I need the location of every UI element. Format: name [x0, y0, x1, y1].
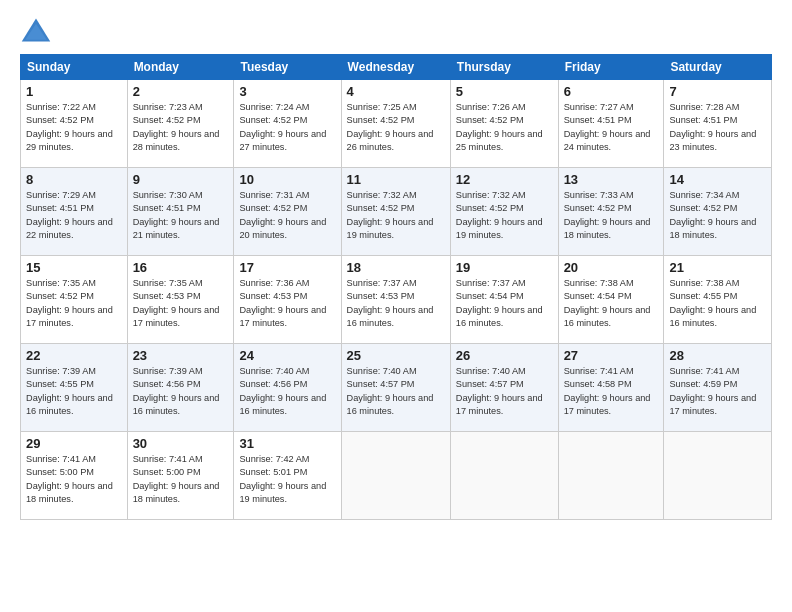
day-info: Sunrise: 7:39 AMSunset: 4:56 PMDaylight:… — [133, 366, 220, 416]
day-number: 22 — [26, 348, 122, 363]
calendar-cell: 3Sunrise: 7:24 AMSunset: 4:52 PMDaylight… — [234, 80, 341, 168]
day-number: 27 — [564, 348, 659, 363]
calendar-cell: 8Sunrise: 7:29 AMSunset: 4:51 PMDaylight… — [21, 168, 128, 256]
calendar-cell: 29Sunrise: 7:41 AMSunset: 5:00 PMDayligh… — [21, 432, 128, 520]
day-number: 4 — [347, 84, 445, 99]
calendar-cell — [450, 432, 558, 520]
calendar-cell: 23Sunrise: 7:39 AMSunset: 4:56 PMDayligh… — [127, 344, 234, 432]
day-number: 8 — [26, 172, 122, 187]
day-number: 17 — [239, 260, 335, 275]
calendar-cell: 28Sunrise: 7:41 AMSunset: 4:59 PMDayligh… — [664, 344, 772, 432]
day-info: Sunrise: 7:36 AMSunset: 4:53 PMDaylight:… — [239, 278, 326, 328]
day-info: Sunrise: 7:27 AMSunset: 4:51 PMDaylight:… — [564, 102, 651, 152]
day-number: 2 — [133, 84, 229, 99]
day-info: Sunrise: 7:41 AMSunset: 4:59 PMDaylight:… — [669, 366, 756, 416]
day-info: Sunrise: 7:22 AMSunset: 4:52 PMDaylight:… — [26, 102, 113, 152]
col-header-monday: Monday — [127, 55, 234, 80]
calendar-cell: 25Sunrise: 7:40 AMSunset: 4:57 PMDayligh… — [341, 344, 450, 432]
day-info: Sunrise: 7:40 AMSunset: 4:57 PMDaylight:… — [347, 366, 434, 416]
day-number: 1 — [26, 84, 122, 99]
day-info: Sunrise: 7:35 AMSunset: 4:52 PMDaylight:… — [26, 278, 113, 328]
calendar-cell: 10Sunrise: 7:31 AMSunset: 4:52 PMDayligh… — [234, 168, 341, 256]
day-info: Sunrise: 7:33 AMSunset: 4:52 PMDaylight:… — [564, 190, 651, 240]
day-info: Sunrise: 7:25 AMSunset: 4:52 PMDaylight:… — [347, 102, 434, 152]
calendar-table: SundayMondayTuesdayWednesdayThursdayFrid… — [20, 54, 772, 520]
day-info: Sunrise: 7:23 AMSunset: 4:52 PMDaylight:… — [133, 102, 220, 152]
calendar-cell: 6Sunrise: 7:27 AMSunset: 4:51 PMDaylight… — [558, 80, 664, 168]
day-number: 12 — [456, 172, 553, 187]
day-info: Sunrise: 7:40 AMSunset: 4:56 PMDaylight:… — [239, 366, 326, 416]
day-number: 14 — [669, 172, 766, 187]
day-info: Sunrise: 7:41 AMSunset: 4:58 PMDaylight:… — [564, 366, 651, 416]
day-number: 16 — [133, 260, 229, 275]
day-number: 19 — [456, 260, 553, 275]
day-info: Sunrise: 7:26 AMSunset: 4:52 PMDaylight:… — [456, 102, 543, 152]
col-header-sunday: Sunday — [21, 55, 128, 80]
calendar-cell: 11Sunrise: 7:32 AMSunset: 4:52 PMDayligh… — [341, 168, 450, 256]
calendar-cell: 12Sunrise: 7:32 AMSunset: 4:52 PMDayligh… — [450, 168, 558, 256]
calendar-cell: 24Sunrise: 7:40 AMSunset: 4:56 PMDayligh… — [234, 344, 341, 432]
calendar-cell: 7Sunrise: 7:28 AMSunset: 4:51 PMDaylight… — [664, 80, 772, 168]
calendar-cell: 1Sunrise: 7:22 AMSunset: 4:52 PMDaylight… — [21, 80, 128, 168]
day-info: Sunrise: 7:41 AMSunset: 5:00 PMDaylight:… — [133, 454, 220, 504]
day-info: Sunrise: 7:31 AMSunset: 4:52 PMDaylight:… — [239, 190, 326, 240]
calendar-week-1: 1Sunrise: 7:22 AMSunset: 4:52 PMDaylight… — [21, 80, 772, 168]
day-info: Sunrise: 7:28 AMSunset: 4:51 PMDaylight:… — [669, 102, 756, 152]
calendar-cell: 17Sunrise: 7:36 AMSunset: 4:53 PMDayligh… — [234, 256, 341, 344]
calendar-week-5: 29Sunrise: 7:41 AMSunset: 5:00 PMDayligh… — [21, 432, 772, 520]
day-info: Sunrise: 7:37 AMSunset: 4:54 PMDaylight:… — [456, 278, 543, 328]
day-number: 13 — [564, 172, 659, 187]
day-number: 28 — [669, 348, 766, 363]
page-container: SundayMondayTuesdayWednesdayThursdayFrid… — [0, 0, 792, 530]
day-number: 3 — [239, 84, 335, 99]
day-info: Sunrise: 7:32 AMSunset: 4:52 PMDaylight:… — [347, 190, 434, 240]
calendar-cell: 26Sunrise: 7:40 AMSunset: 4:57 PMDayligh… — [450, 344, 558, 432]
day-info: Sunrise: 7:38 AMSunset: 4:54 PMDaylight:… — [564, 278, 651, 328]
calendar-cell: 30Sunrise: 7:41 AMSunset: 5:00 PMDayligh… — [127, 432, 234, 520]
calendar-cell: 4Sunrise: 7:25 AMSunset: 4:52 PMDaylight… — [341, 80, 450, 168]
calendar-cell: 20Sunrise: 7:38 AMSunset: 4:54 PMDayligh… — [558, 256, 664, 344]
calendar-cell: 31Sunrise: 7:42 AMSunset: 5:01 PMDayligh… — [234, 432, 341, 520]
day-number: 26 — [456, 348, 553, 363]
day-number: 15 — [26, 260, 122, 275]
calendar-cell: 9Sunrise: 7:30 AMSunset: 4:51 PMDaylight… — [127, 168, 234, 256]
logo-icon — [20, 16, 52, 44]
day-info: Sunrise: 7:24 AMSunset: 4:52 PMDaylight:… — [239, 102, 326, 152]
calendar-week-2: 8Sunrise: 7:29 AMSunset: 4:51 PMDaylight… — [21, 168, 772, 256]
day-number: 21 — [669, 260, 766, 275]
calendar-week-4: 22Sunrise: 7:39 AMSunset: 4:55 PMDayligh… — [21, 344, 772, 432]
calendar-cell — [664, 432, 772, 520]
calendar-cell: 18Sunrise: 7:37 AMSunset: 4:53 PMDayligh… — [341, 256, 450, 344]
calendar-cell: 13Sunrise: 7:33 AMSunset: 4:52 PMDayligh… — [558, 168, 664, 256]
day-number: 7 — [669, 84, 766, 99]
day-info: Sunrise: 7:32 AMSunset: 4:52 PMDaylight:… — [456, 190, 543, 240]
col-header-saturday: Saturday — [664, 55, 772, 80]
calendar-cell — [558, 432, 664, 520]
day-number: 24 — [239, 348, 335, 363]
day-info: Sunrise: 7:40 AMSunset: 4:57 PMDaylight:… — [456, 366, 543, 416]
day-number: 11 — [347, 172, 445, 187]
col-header-tuesday: Tuesday — [234, 55, 341, 80]
day-number: 31 — [239, 436, 335, 451]
day-number: 23 — [133, 348, 229, 363]
logo — [20, 16, 56, 44]
calendar-header-row: SundayMondayTuesdayWednesdayThursdayFrid… — [21, 55, 772, 80]
day-info: Sunrise: 7:30 AMSunset: 4:51 PMDaylight:… — [133, 190, 220, 240]
day-info: Sunrise: 7:29 AMSunset: 4:51 PMDaylight:… — [26, 190, 113, 240]
calendar-week-3: 15Sunrise: 7:35 AMSunset: 4:52 PMDayligh… — [21, 256, 772, 344]
day-number: 25 — [347, 348, 445, 363]
day-number: 18 — [347, 260, 445, 275]
calendar-cell: 14Sunrise: 7:34 AMSunset: 4:52 PMDayligh… — [664, 168, 772, 256]
day-info: Sunrise: 7:42 AMSunset: 5:01 PMDaylight:… — [239, 454, 326, 504]
col-header-thursday: Thursday — [450, 55, 558, 80]
day-info: Sunrise: 7:37 AMSunset: 4:53 PMDaylight:… — [347, 278, 434, 328]
calendar-cell — [341, 432, 450, 520]
day-number: 6 — [564, 84, 659, 99]
day-number: 5 — [456, 84, 553, 99]
calendar-cell: 15Sunrise: 7:35 AMSunset: 4:52 PMDayligh… — [21, 256, 128, 344]
day-info: Sunrise: 7:35 AMSunset: 4:53 PMDaylight:… — [133, 278, 220, 328]
day-number: 9 — [133, 172, 229, 187]
calendar-cell: 16Sunrise: 7:35 AMSunset: 4:53 PMDayligh… — [127, 256, 234, 344]
calendar-cell: 2Sunrise: 7:23 AMSunset: 4:52 PMDaylight… — [127, 80, 234, 168]
day-number: 30 — [133, 436, 229, 451]
